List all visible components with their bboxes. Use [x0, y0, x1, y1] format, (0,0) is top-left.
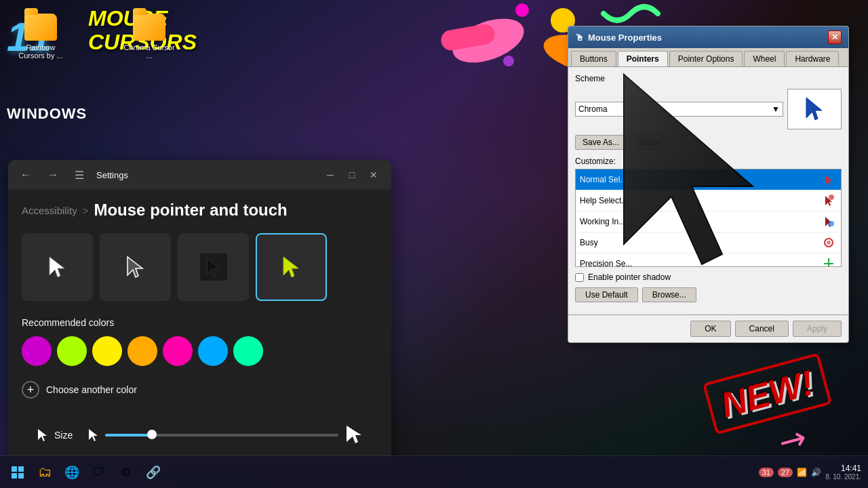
svg-marker-14	[89, 429, 98, 441]
hamburger-menu[interactable]: ☰	[71, 166, 88, 184]
color-swatch-lime[interactable]	[57, 336, 87, 366]
tab-pointers[interactable]: Pointers	[618, 51, 668, 66]
color-swatch-pink[interactable]	[163, 336, 193, 366]
cursor-option-white[interactable]	[22, 233, 93, 301]
color-swatch-orange[interactable]	[127, 336, 157, 366]
taskbar-left: 🗂 🌐 🛡 ⚙ 🔗	[7, 462, 164, 483]
dialog-tabs: Buttons Pointers Pointer Options Wheel H…	[568, 48, 848, 67]
apply-button[interactable]: Apply	[793, 321, 842, 337]
settings-titlebar: ← → ☰ Settings ─ □ ✕	[8, 160, 391, 190]
minimize-button[interactable]: ─	[321, 165, 340, 184]
custom-cursor-preview	[278, 253, 305, 281]
size-slider-fill	[105, 434, 152, 436]
use-default-button[interactable]: Use Default	[575, 287, 638, 302]
color-swatch-blue[interactable]	[198, 336, 228, 366]
wifi-icon: 📶	[797, 468, 807, 477]
folder-icon-rainbow	[24, 14, 57, 41]
save-as-button[interactable]: Save As...	[575, 135, 627, 150]
size-slider[interactable]	[105, 434, 338, 436]
mouse-icon: 🖱	[575, 33, 584, 43]
cursor-item-working[interactable]: Working In...	[576, 211, 841, 232]
cursor-item-precision[interactable]: Precision Se...	[576, 253, 841, 267]
browse-button[interactable]: Browse...	[642, 287, 696, 302]
taskbar-right: 31 27 📶 🔊 14:41 8. 10. 2021.	[759, 464, 861, 481]
clock[interactable]: 14:41 8. 10. 2021.	[825, 464, 861, 481]
shadow-checkbox-input[interactable]	[575, 273, 584, 282]
maximize-button[interactable]: □	[342, 165, 361, 184]
taskbar-browser-icon[interactable]: 🌐	[61, 462, 83, 483]
cursor-list[interactable]: Normal Sel... Help Select... Working	[575, 169, 842, 267]
choose-another-color[interactable]: + Choose another color	[22, 377, 378, 403]
taskbar-files-icon[interactable]: 🗂	[34, 462, 56, 483]
dialog-close-button[interactable]: ✕	[828, 30, 842, 44]
dialog-body: Scheme Chroma ▼ Save As... Delete Custom…	[568, 67, 848, 314]
taskbar-shield-icon[interactable]: 🛡	[88, 462, 110, 483]
tab-hardware[interactable]: Hardware	[786, 51, 839, 66]
shadow-checkbox[interactable]: Enable pointer shadow	[575, 272, 842, 282]
notification-badge-1: 31	[759, 468, 774, 477]
large-cursor-icon	[344, 424, 364, 446]
scheme-label: Scheme	[575, 74, 605, 83]
color-swatch-purple[interactable]	[22, 336, 52, 366]
cursor-option-outline[interactable]	[100, 233, 171, 301]
desktop-icons-area: Rainbow Cursors by ... Chroma Cursor ...	[14, 14, 176, 60]
windows-start-icon	[11, 466, 24, 479]
svg-marker-13	[38, 429, 47, 441]
cursor-action-buttons: Use Default Browse...	[575, 287, 842, 302]
color-swatch-yellow[interactable]	[92, 336, 122, 366]
mouse-properties-dialog: 🖱 Mouse Properties ✕ Buttons Pointers Po…	[568, 26, 849, 343]
size-label: Size	[35, 428, 73, 443]
cursor-style-options	[22, 233, 378, 301]
tab-pointer-options[interactable]: Pointer Options	[669, 51, 743, 66]
desktop-icon-chroma[interactable]: Chroma Cursor ...	[122, 14, 176, 60]
taskbar-link-icon[interactable]: 🔗	[142, 462, 164, 483]
forward-button[interactable]: →	[43, 166, 62, 184]
back-button[interactable]: ←	[16, 166, 35, 184]
window-title: Settings	[96, 170, 128, 180]
windows-text: WINDOWS	[7, 105, 87, 123]
clock-time: 14:41	[825, 464, 861, 473]
ok-button[interactable]: OK	[690, 321, 730, 337]
taskbar-settings-icon[interactable]: ⚙	[115, 462, 137, 483]
svg-marker-15	[347, 426, 361, 443]
choose-color-label: Choose another color	[46, 384, 137, 395]
scheme-value: Chroma	[578, 104, 608, 114]
desktop-icon-label-chroma: Chroma Cursor ...	[122, 43, 176, 60]
scheme-select[interactable]: Chroma ▼	[575, 102, 783, 117]
tab-buttons[interactable]: Buttons	[571, 51, 616, 66]
color-swatch-green[interactable]	[233, 336, 263, 366]
cursor-option-custom[interactable]	[256, 233, 327, 301]
svg-rect-27	[18, 466, 24, 472]
close-button[interactable]: ✕	[364, 165, 383, 184]
white-cursor-preview	[44, 253, 71, 281]
svg-marker-11	[207, 258, 220, 277]
size-section: Size	[35, 424, 364, 446]
cursor-option-black[interactable]	[178, 233, 249, 301]
notification-badge-2: 27	[778, 468, 793, 477]
dialog-title-text: Mouse Properties	[588, 33, 662, 43]
svg-marker-9	[50, 257, 64, 277]
cursor-item-normal[interactable]: Normal Sel...	[576, 169, 841, 190]
start-button[interactable]	[7, 462, 28, 483]
cursor-item-working-icon	[821, 214, 837, 230]
add-color-button[interactable]: +	[22, 381, 39, 399]
system-tray: 31 27 📶 🔊	[759, 468, 822, 477]
svg-marker-16	[806, 98, 822, 120]
delete-button[interactable]: Delete	[629, 135, 668, 150]
size-slider-thumb[interactable]	[147, 430, 157, 439]
breadcrumb: Accessibility > Mouse pointer and touch	[22, 201, 378, 220]
scheme-dropdown-icon: ▼	[772, 104, 780, 114]
cancel-button[interactable]: Cancel	[735, 321, 789, 337]
svg-marker-17	[825, 175, 832, 185]
desktop-icon-rainbow[interactable]: Rainbow Cursors by ...	[14, 14, 68, 60]
cursor-item-help-icon	[821, 192, 837, 209]
taskbar: 🗂 🌐 🛡 ⚙ 🔗 31 27 📶 🔊 14:41 8. 10. 2021.	[0, 455, 868, 488]
cursor-item-busy[interactable]: Busy	[576, 232, 841, 253]
svg-rect-26	[12, 466, 17, 472]
svg-point-23	[827, 241, 831, 245]
cursor-item-help[interactable]: Help Select...	[576, 190, 841, 211]
titlebar-left: ← → ☰ Settings	[16, 166, 128, 184]
tab-wheel[interactable]: Wheel	[744, 51, 785, 66]
dialog-title: 🖱 Mouse Properties	[575, 33, 662, 43]
breadcrumb-parent[interactable]: Accessibility	[22, 205, 77, 216]
